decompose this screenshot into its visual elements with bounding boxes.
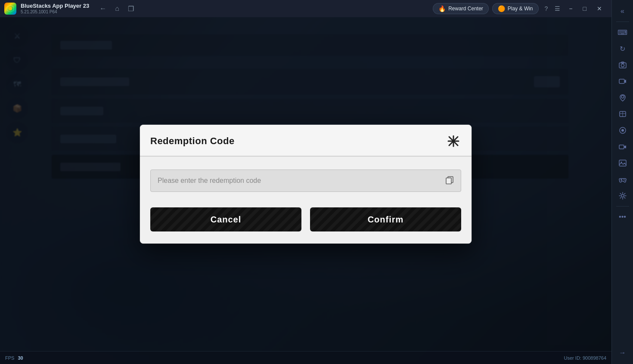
fps-label: FPS xyxy=(5,355,14,361)
svg-point-27 xyxy=(621,194,624,197)
location-icon[interactable] xyxy=(615,90,630,105)
redemption-code-input[interactable] xyxy=(150,170,461,192)
maximize-button[interactable]: □ xyxy=(579,3,591,14)
titlebar: BlueStacks App Player 23 5.21.205.1001 P… xyxy=(0,0,611,17)
right-sidebar: « ⌨ ↻ xyxy=(611,0,633,364)
collapse-sidebar-icon[interactable]: → xyxy=(615,345,630,361)
rpk-icon[interactable] xyxy=(615,106,630,122)
svg-point-9 xyxy=(621,64,624,67)
coin-icon: 🟠 xyxy=(498,5,505,12)
input-wrapper xyxy=(150,170,461,192)
svg-point-1 xyxy=(9,7,12,10)
svg-rect-7 xyxy=(446,178,451,184)
dialog-close-button[interactable] xyxy=(446,133,461,149)
gamepad-icon[interactable] xyxy=(615,172,630,187)
home-button[interactable]: ⌂ xyxy=(112,3,123,14)
svg-rect-19 xyxy=(619,145,624,149)
image-icon[interactable] xyxy=(615,155,630,171)
titlebar-actions: 🔥 Reward Center 🟠 Play & Win ? ☰ − □ ✕ xyxy=(433,3,606,14)
rotate-icon[interactable]: ↻ xyxy=(615,41,630,56)
bottombar: FPS 30 User ID: 900898764 xyxy=(0,351,611,364)
game-close-icon xyxy=(447,135,459,147)
video-camera-icon[interactable] xyxy=(615,139,630,154)
back-button[interactable]: ← xyxy=(96,3,110,14)
more-options-icon[interactable]: ••• xyxy=(615,209,630,225)
reward-center-button[interactable]: 🔥 Reward Center xyxy=(433,3,489,14)
expand-icon[interactable]: « xyxy=(615,3,630,19)
svg-rect-11 xyxy=(619,79,624,83)
screenshot-icon[interactable] xyxy=(615,57,630,73)
titlebar-nav: ← ⌂ ❐ xyxy=(96,3,137,15)
settings-icon[interactable] xyxy=(615,188,630,204)
help-button[interactable]: ? xyxy=(542,3,551,14)
svg-point-26 xyxy=(624,180,625,181)
fps-value: 30 xyxy=(18,355,23,361)
flame-icon: 🔥 xyxy=(438,5,446,12)
window-controls: ? ☰ − □ ✕ xyxy=(542,3,606,14)
play-win-button[interactable]: 🟠 Play & Win xyxy=(492,3,539,14)
dialog-header: Redemption Code xyxy=(140,125,472,157)
dialog-body xyxy=(140,157,472,204)
sidebar-divider-1 xyxy=(616,22,629,22)
paste-button[interactable] xyxy=(443,173,456,188)
confirm-button[interactable]: Confirm xyxy=(310,207,461,231)
close-x-svg xyxy=(447,135,459,147)
app-info: BlueStacks App Player 23 5.21.205.1001 P… xyxy=(21,3,89,15)
user-id: User ID: 900898764 xyxy=(564,355,606,361)
svg-point-25 xyxy=(624,179,624,180)
capture-icon[interactable] xyxy=(615,123,630,138)
tab-button[interactable]: ❐ xyxy=(124,3,137,15)
svg-point-18 xyxy=(621,129,624,132)
close-button[interactable]: ✕ xyxy=(593,3,606,14)
cancel-button[interactable]: Cancel xyxy=(150,207,301,231)
dialog-title: Redemption Code xyxy=(150,136,235,147)
modal-overlay: Redemption Code xyxy=(0,17,611,351)
sidebar-divider-2 xyxy=(616,206,629,207)
clipboard-icon xyxy=(445,177,454,186)
redemption-dialog: Redemption Code xyxy=(140,125,472,244)
dialog-footer: Cancel Confirm xyxy=(140,204,472,244)
minimize-button[interactable]: − xyxy=(565,3,577,14)
svg-point-13 xyxy=(621,96,624,98)
record-icon[interactable] xyxy=(615,74,630,89)
svg-rect-21 xyxy=(619,160,626,166)
app-logo xyxy=(3,2,17,15)
bluestacks-logo xyxy=(4,3,16,15)
menu-button[interactable]: ☰ xyxy=(552,3,563,14)
keyboard-icon[interactable]: ⌨ xyxy=(615,25,630,40)
